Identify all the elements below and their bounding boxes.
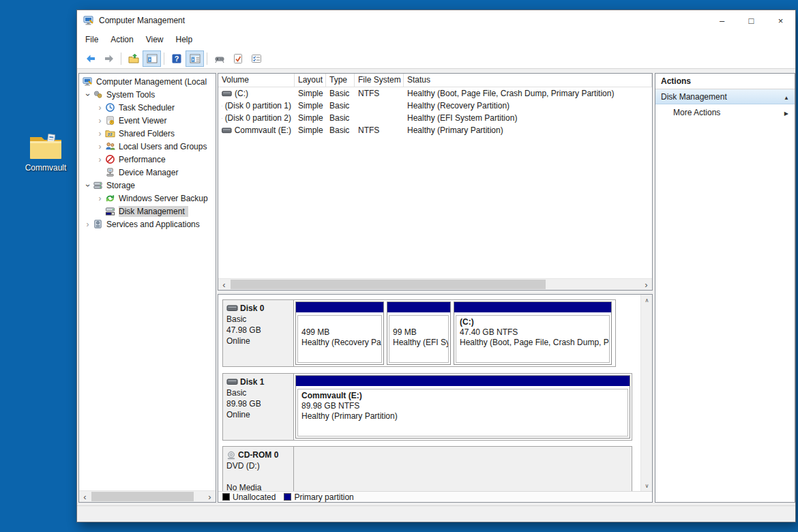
disk-view-vertical-scrollbar[interactable] <box>640 295 652 491</box>
tree-item-task-scheduler[interactable]: Task Scheduler <box>79 101 216 114</box>
submenu-arrow-icon <box>784 108 788 117</box>
computer-management-icon <box>83 76 93 87</box>
chevron-collapsed-icon[interactable] <box>95 142 105 151</box>
chevron-collapsed-icon[interactable] <box>83 220 93 229</box>
forward-button[interactable] <box>100 50 118 67</box>
maximize-button[interactable]: □ <box>737 10 766 31</box>
desktop-icon-commvault[interactable]: Commvault <box>12 132 80 173</box>
disk-kind: Basic <box>226 314 293 325</box>
menu-file[interactable]: File <box>79 32 104 47</box>
partition-c[interactable]: (C:) 47.40 GB NTFS Healthy (Boot, Page F… <box>454 301 612 365</box>
minimize-button[interactable]: – <box>707 10 737 31</box>
tree-item-label: Disk Management <box>119 207 186 216</box>
menu-help[interactable]: Help <box>170 32 199 47</box>
scroll-left-icon[interactable] <box>79 491 91 502</box>
scrollbar-thumb[interactable] <box>231 280 546 289</box>
tree-item-shared-folders[interactable]: 22 Shared Folders <box>79 127 216 140</box>
services-and-applications-icon <box>93 219 104 230</box>
actions-section-disk-management[interactable]: Disk Management <box>655 89 795 104</box>
partition-status: Healthy (Boot, Page File, Crash Dump, Pr… <box>460 338 606 348</box>
remote-device-button[interactable] <box>210 50 228 67</box>
chevron-collapsed-icon[interactable] <box>95 155 105 164</box>
scrollbar-thumb[interactable] <box>91 492 194 501</box>
column-header-status[interactable]: Status <box>404 74 652 87</box>
volume-list-horizontal-scrollbar[interactable] <box>218 278 652 290</box>
scroll-right-icon[interactable] <box>640 279 652 290</box>
volume-row-commvault-e[interactable]: Commvault (E:) Simple Basic NTFS Healthy… <box>218 124 652 136</box>
volume-row-disk0-partition1[interactable]: (Disk 0 partition 1) Simple Basic Health… <box>218 100 652 112</box>
toolbar-separator <box>121 53 121 65</box>
show-console-tree-button[interactable] <box>143 50 161 67</box>
disk-name: Disk 0 <box>240 303 264 314</box>
chevron-expanded-icon[interactable] <box>83 90 93 100</box>
tree-item-event-viewer[interactable]: Event Viewer <box>79 114 216 127</box>
validate-document-button[interactable] <box>228 50 247 67</box>
column-header-layout[interactable]: Layout <box>295 74 326 87</box>
tree-item-performance[interactable]: Performance <box>79 153 216 166</box>
volume-type: Basic <box>326 89 355 98</box>
disk-management-view: Volume Layout Type File System Status (C… <box>218 73 653 503</box>
menu-view[interactable]: View <box>140 32 170 47</box>
cdrom-empty-area[interactable] <box>294 447 632 491</box>
title-bar[interactable]: Computer Management – □ × <box>77 10 795 31</box>
collapse-section-icon[interactable] <box>784 92 789 102</box>
volume-row-c[interactable]: (C:) Simple Basic NTFS Healthy (Boot, Pa… <box>218 87 652 100</box>
cdrom-0-label[interactable]: CD-ROM 0 DVD (D:) No Media <box>223 447 294 491</box>
disk-state: Online <box>226 409 293 420</box>
volume-icon <box>222 128 232 134</box>
help-button[interactable]: ? <box>167 50 186 67</box>
disk-0-label[interactable]: Disk 0 Basic 47.98 GB Online <box>223 300 294 366</box>
toolbar-separator <box>164 53 164 65</box>
disk-1-label[interactable]: Disk 1 Basic 89.98 GB Online <box>223 374 294 440</box>
volume-type: Basic <box>326 113 355 123</box>
svg-text:22: 22 <box>108 132 113 136</box>
disk-size: 47.98 GB <box>226 325 293 336</box>
chevron-collapsed-icon[interactable] <box>95 194 105 203</box>
scroll-up-icon[interactable] <box>641 295 653 306</box>
up-folder-button[interactable] <box>124 50 143 67</box>
partition-legend: Unallocated Primary partition <box>218 491 652 502</box>
back-button[interactable] <box>81 50 100 67</box>
more-actions-label: More Actions <box>673 108 784 117</box>
scroll-right-icon[interactable] <box>204 491 216 502</box>
chevron-collapsed-icon[interactable] <box>95 103 105 113</box>
tree-item-device-manager[interactable]: Device Manager <box>79 166 216 179</box>
toolbar-separator <box>207 53 207 65</box>
volume-row-disk0-partition2[interactable]: (Disk 0 partition 2) Simple Basic Health… <box>218 112 652 124</box>
column-header-type[interactable]: Type <box>326 74 355 87</box>
tree-item-label: Computer Management (Local <box>96 77 207 87</box>
disk-kind: Basic <box>226 387 293 398</box>
cd-rom-icon <box>226 451 236 460</box>
close-button[interactable]: × <box>766 10 795 31</box>
volume-fs: NTFS <box>355 89 404 98</box>
volume-fs: NTFS <box>355 125 404 135</box>
partition-title <box>393 317 445 327</box>
event-viewer-icon <box>105 115 116 126</box>
tree-item-services-and-applications[interactable]: Services and Applications <box>79 218 216 231</box>
chevron-expanded-icon[interactable] <box>83 181 93 190</box>
partition-efi-system[interactable]: 99 MB Healthy (EFI System Partition) <box>387 301 451 365</box>
volume-icon <box>222 103 222 109</box>
chevron-collapsed-icon[interactable] <box>95 116 105 125</box>
tree-item-local-users-and-groups[interactable]: Local Users and Groups <box>79 140 216 153</box>
preferences-list-button[interactable] <box>247 50 265 67</box>
partition-recovery[interactable]: 499 MB Healthy (Recovery Partition) <box>295 301 384 365</box>
tree-item-storage[interactable]: Storage <box>79 179 216 192</box>
volume-layout: Simple <box>295 113 326 123</box>
tree-item-disk-management[interactable]: Disk Management <box>79 205 216 218</box>
scroll-down-icon[interactable] <box>641 480 653 491</box>
menu-action[interactable]: Action <box>104 32 139 47</box>
tree-item-windows-server-backup[interactable]: Windows Server Backup <box>79 192 216 205</box>
column-header-volume[interactable]: Volume <box>218 74 295 87</box>
tree-horizontal-scrollbar[interactable] <box>79 490 216 502</box>
scroll-left-icon[interactable] <box>218 279 230 290</box>
tree-item-computer-management[interactable]: Computer Management (Local <box>79 75 216 88</box>
show-action-pane-button[interactable] <box>186 50 204 67</box>
column-header-file-system[interactable]: File System <box>355 74 404 87</box>
tree-item-label: System Tools <box>106 90 155 100</box>
partition-commvault-e[interactable]: Commvault (E:) 89.98 GB NTFS Healthy (Pr… <box>295 375 630 439</box>
chevron-collapsed-icon[interactable] <box>95 129 105 138</box>
partition-status: Healthy (Primary Partition) <box>301 411 624 422</box>
tree-item-system-tools[interactable]: System Tools <box>79 88 216 101</box>
more-actions-item[interactable]: More Actions <box>655 104 795 121</box>
